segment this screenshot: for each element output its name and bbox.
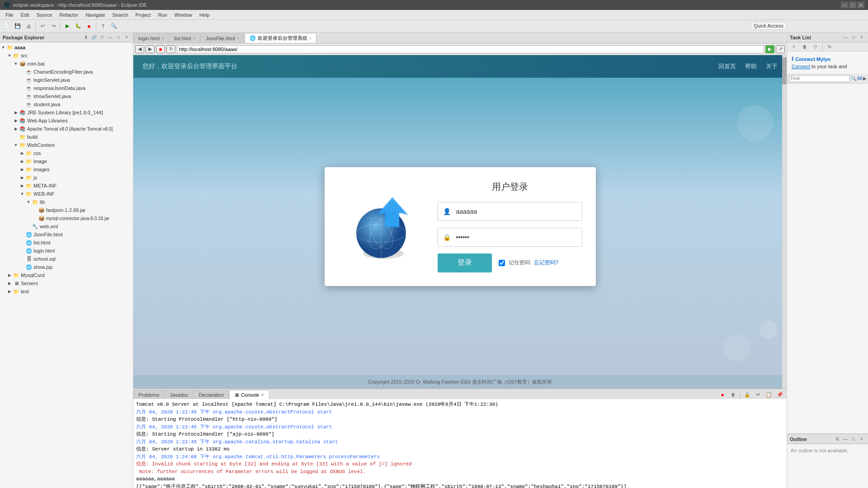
menu-window[interactable]: Window [171,11,196,19]
debug-button[interactable]: 🐛 [73,22,83,31]
tree-item-loginservlet[interactable]: ☕ loginServlet.java [0,76,133,84]
open-console-button[interactable]: 📋 [764,390,774,399]
tab-welcome[interactable]: 🌐 欢迎登录后台管理系统 × [245,33,316,43]
word-wrap-button[interactable]: ↵ [753,390,763,399]
tree-item-listhtml[interactable]: 🌐 list.html [0,239,133,247]
task-delete-button[interactable]: 🗑 [800,42,810,52]
outline-maximize-icon[interactable]: □ [850,436,857,443]
tree-item-showjsp[interactable]: 🌐 show.jsp [0,263,133,271]
refresh-button[interactable]: ↻ [166,45,175,53]
tree-item-aaaa[interactable]: ▼ 📁 aaaa [0,43,133,52]
tree-item-css[interactable]: ▶ 📁 css [0,149,133,157]
forgot-link[interactable]: 忘记密码? [534,259,559,267]
menu-help[interactable]: Help [196,11,213,19]
pin-console-button[interactable]: 📌 [775,390,785,399]
tree-item-js[interactable]: ▶ 📁 js [0,174,133,182]
quick-access-button[interactable]: Quick Access [750,22,787,30]
find-icon[interactable]: 🔍 [851,76,856,81]
tree-item-src[interactable]: ▼ 📁 src [0,52,133,60]
tree-item-mysql[interactable]: 📦 mysql-connector-java-8.0.18.jar [0,214,133,222]
all-filter[interactable]: All [857,76,862,81]
tab-list-close[interactable]: × [193,36,195,41]
tree-item-responsejson[interactable]: ☕ responseJsonData.java [0,84,133,92]
tab-jsonfile-close[interactable]: × [237,36,239,41]
tree-item-showservlet[interactable]: ☕ showServlet.java [0,92,133,100]
tree-item-jsonfile[interactable]: 🌐 JsonFile.html [0,230,133,239]
tree-item-charset[interactable]: ☕ CharsetEncodingFilter.java [0,68,133,76]
url-input[interactable]: http://localhost:8080/aaaa/ [177,45,764,53]
tree-item-metainf[interactable]: ▶ 📁 META-INF [0,182,133,190]
tree-item-webapp[interactable]: ▶ 📚 Web App Libraries [0,117,133,125]
open-external-button[interactable]: ↗ [776,45,785,53]
tree-item-fastjson[interactable]: 📦 fastjson-1.2.68.jar [0,206,133,214]
scroll-lock-button[interactable]: 🔒 [742,390,752,399]
tree-item-combai[interactable]: ▼ 📦 com.bai [0,60,133,68]
tab-list[interactable]: list.html × [169,33,200,43]
menu-navigate[interactable]: Navigate [82,11,108,19]
connect-link[interactable]: Connect [792,64,810,69]
menu-project[interactable]: Project [132,11,154,19]
task-add-button[interactable]: + [789,42,799,52]
tree-item-image[interactable]: ▶ 📁 image [0,157,133,165]
tree-item-loginhtml[interactable]: 🌐 login.html [0,247,133,255]
username-input[interactable] [438,202,582,221]
new-button[interactable]: 📄 [2,22,12,31]
tab-login[interactable]: login.html × [133,33,169,43]
remember-checkbox[interactable] [499,260,505,266]
tree-item-servers[interactable]: ▶ 🖥 Servers [0,279,133,287]
task-minimize-icon[interactable]: — [842,34,849,41]
tab-javadoc[interactable]: Javadoc [165,390,193,399]
find-input[interactable] [789,75,850,82]
console-clear-button[interactable]: 🗑 [728,390,738,399]
minimize-panel-icon[interactable]: — [107,34,114,41]
go-button[interactable]: ▶ [765,45,774,53]
tree-item-jre[interactable]: ▶ 📚 JRE System Library [jre1.8.0_144] [0,108,133,117]
browser-scroll-thumb[interactable] [782,57,787,84]
console-stop-button[interactable]: ■ [717,390,727,399]
menu-run[interactable]: Run [155,11,171,19]
menu-refactor[interactable]: Refactor [56,11,82,19]
task-sync-button[interactable]: ↻ [825,42,835,52]
search-tb-button[interactable]: 🔍 [109,22,119,31]
tree-item-build[interactable]: 📁 build [0,133,133,141]
save-button[interactable]: 💾 [13,22,23,31]
tree-item-lib[interactable]: ▼ 📁 lib [0,198,133,206]
browser-scrollbar[interactable] [782,55,787,389]
task-maximize-icon[interactable]: □ [850,34,857,41]
nav-help[interactable]: 帮助 [745,62,757,70]
print-button[interactable]: 🖨 [24,22,33,31]
collapse-all-icon[interactable]: ⬇ [82,34,90,41]
minimize-button[interactable]: ─ [841,2,848,8]
tab-welcome-close[interactable]: × [309,36,311,41]
tree-item-webinf[interactable]: ▼ 📁 WEB-INF [0,190,133,198]
tree-item-schoolsql[interactable]: 🗄 school.sql [0,255,133,263]
view-menu-icon[interactable]: ▽ [99,34,106,41]
tab-jsonfile[interactable]: JsonFile.html × [201,33,244,43]
run-button[interactable]: ▶ [62,22,72,31]
tree-item-mysqlcurd[interactable]: ▶ 📁 MysqlCurd [0,271,133,279]
close-panel-icon[interactable]: × [123,34,130,41]
menu-search[interactable]: Search [109,11,132,19]
link-editor-icon[interactable]: 🔗 [90,34,98,41]
tree-item-tomcat[interactable]: ▶ 📚 Apache Tomcat v8.0 [Apache Tomcat v8… [0,125,133,133]
back-button[interactable]: ◀ [135,45,144,53]
task-filter-button[interactable]: ▽ [811,42,821,52]
undo-button[interactable]: ↩ [38,22,47,31]
open-type-button[interactable]: T [98,22,108,31]
tree-item-student[interactable]: ☕ student.java [0,100,133,108]
nav-about[interactable]: 关于 [766,62,778,70]
stop-button[interactable]: ■ [84,22,94,31]
redo-button[interactable]: ↪ [48,22,58,31]
tree-item-webcontent[interactable]: ▼ 📁 WebContent [0,141,133,149]
tab-console[interactable]: 🖥 Console ✕ [229,390,269,399]
menu-edit[interactable]: Edit [17,11,33,19]
stop-nav-button[interactable]: ■ [156,45,165,53]
tree-item-webxml[interactable]: 🔧 web.xml [0,222,133,230]
maximize-panel-icon[interactable]: □ [115,34,122,41]
tree-item-test[interactable]: ▶ 📁 test [0,287,133,296]
menu-source[interactable]: Source [33,11,56,19]
menu-file[interactable]: File [2,11,17,19]
password-input[interactable] [438,228,582,247]
outline-close-icon[interactable]: × [858,436,865,443]
nav-home[interactable]: 回首页 [718,62,736,70]
